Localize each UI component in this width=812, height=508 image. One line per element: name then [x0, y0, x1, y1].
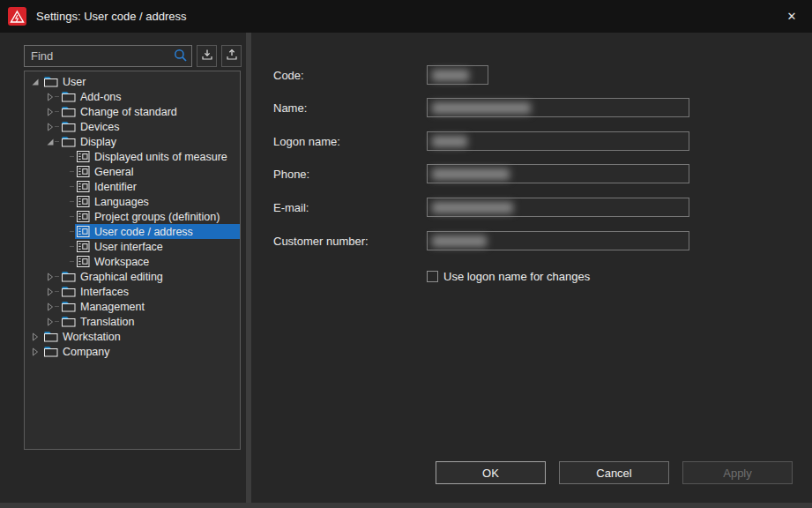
- window-bottom-edge: [0, 503, 812, 508]
- tree-item-content[interactable]: Workspace: [75, 254, 240, 269]
- tree-item-content[interactable]: Add-ons: [60, 89, 240, 104]
- tree-item-company[interactable]: Company: [25, 344, 240, 359]
- expand-toggle-icon[interactable]: [45, 272, 55, 282]
- tree-item-content[interactable]: General: [75, 164, 240, 179]
- customer-number-field[interactable]: [427, 231, 689, 250]
- tree-connector: [55, 321, 59, 322]
- code-field-row: Code:: [251, 64, 812, 86]
- settings-tree: UserAdd-onsChange of standardDevicesDisp…: [24, 71, 241, 450]
- settings-page-icon: [77, 181, 90, 192]
- window-title: Settings: User code / address: [36, 10, 187, 23]
- expand-toggle-icon[interactable]: [45, 137, 55, 147]
- expand-toggle-icon[interactable]: [45, 92, 55, 102]
- expand-toggle-icon[interactable]: [45, 122, 55, 132]
- import-settings-button[interactable]: [197, 45, 217, 67]
- tree-selection[interactable]: User code / address: [75, 224, 240, 239]
- titlebar: Settings: User code / address ✕: [0, 0, 812, 33]
- folder-icon: [62, 316, 76, 327]
- tree-item-general[interactable]: General: [25, 164, 240, 179]
- tree-item-management[interactable]: Management: [25, 299, 240, 314]
- tree-item-display[interactable]: Display: [25, 134, 240, 149]
- settings-page-icon: [77, 151, 90, 162]
- tree-connector: [70, 201, 74, 202]
- tree-connector: [55, 96, 59, 97]
- tree-item-content[interactable]: Devices: [60, 119, 240, 134]
- tree-item-workstation[interactable]: Workstation: [25, 329, 240, 344]
- tree-item-add-ons[interactable]: Add-ons: [25, 89, 240, 104]
- tree-item-content[interactable]: Change of standard: [60, 104, 240, 119]
- expand-toggle-icon[interactable]: [30, 332, 40, 342]
- email-field-row: E-mail:: [251, 197, 812, 218]
- tree-item-label: Interfaces: [80, 286, 129, 298]
- twisty-spacer: [60, 227, 70, 237]
- tree-item-user-code-address[interactable]: User code / address: [25, 224, 240, 239]
- tree-item-interfaces[interactable]: Interfaces: [25, 284, 240, 299]
- tree-item-change-of-standard[interactable]: Change of standard: [25, 104, 240, 119]
- tree-item-label: User: [63, 76, 86, 88]
- tree-item-identifier[interactable]: Identifier: [25, 179, 240, 194]
- name-field[interactable]: [427, 98, 689, 117]
- tree-item-content[interactable]: Project groups (definition): [75, 209, 240, 224]
- tree-item-content[interactable]: User interface: [75, 239, 240, 254]
- folder-icon: [44, 76, 58, 87]
- logon-name-field-label: Logon name:: [273, 135, 340, 148]
- tree-item-user[interactable]: User: [25, 74, 240, 89]
- twisty-spacer: [60, 182, 70, 192]
- ok-button[interactable]: OK: [436, 461, 546, 484]
- twisty-spacer: [60, 212, 70, 222]
- find-input[interactable]: [24, 45, 192, 67]
- tree-item-displayed-units-of-measure[interactable]: Displayed units of measure: [25, 149, 240, 164]
- tree-connector: [40, 351, 41, 352]
- expand-toggle-icon[interactable]: [30, 347, 40, 357]
- tree-item-label: Display: [80, 136, 116, 148]
- twisty-spacer: [60, 197, 70, 207]
- dialog-buttons: OKCancelApply: [436, 461, 793, 484]
- apply-button[interactable]: Apply: [682, 461, 793, 484]
- tree-connector: [70, 156, 74, 157]
- tree-item-content[interactable]: Display: [60, 134, 240, 149]
- tree-item-languages[interactable]: Languages: [25, 194, 240, 209]
- tree-item-content[interactable]: Graphical editing: [60, 269, 240, 284]
- folder-icon: [62, 271, 76, 282]
- tree-item-content[interactable]: Identifier: [75, 179, 240, 194]
- search-icon: [174, 49, 188, 66]
- tree-item-content[interactable]: Languages: [75, 194, 240, 209]
- tree-item-content[interactable]: Company: [42, 344, 240, 359]
- logon-name-field[interactable]: [427, 131, 689, 151]
- tree-item-label: User interface: [94, 241, 163, 253]
- tree-item-project-groups-definition[interactable]: Project groups (definition): [25, 209, 240, 224]
- phone-field-label: Phone:: [273, 168, 309, 181]
- tree-item-label: Devices: [80, 121, 119, 133]
- tree-item-graphical-editing[interactable]: Graphical editing: [25, 269, 240, 284]
- expand-toggle-icon[interactable]: [45, 287, 55, 297]
- tree-item-label: Workspace: [94, 256, 149, 268]
- tree-item-content[interactable]: Displayed units of measure: [75, 149, 240, 164]
- phone-field[interactable]: [427, 164, 689, 183]
- tree-item-workspace[interactable]: Workspace: [25, 254, 240, 269]
- tree-item-content[interactable]: User: [42, 74, 240, 89]
- tree-connector: [70, 186, 74, 187]
- settings-page-icon: [77, 241, 90, 252]
- export-settings-button[interactable]: [221, 45, 242, 67]
- redacted-value: [432, 168, 510, 180]
- tree-item-translation[interactable]: Translation: [25, 314, 240, 329]
- tree-item-label: Translation: [80, 316, 134, 328]
- use-logon-name-checkbox[interactable]: [427, 271, 438, 282]
- tree-connector: [70, 261, 74, 262]
- tree-connector: [55, 141, 59, 142]
- expand-toggle-icon[interactable]: [45, 107, 55, 117]
- tree-item-content[interactable]: Management: [60, 299, 240, 314]
- tree-item-content[interactable]: Workstation: [42, 329, 240, 344]
- email-field[interactable]: [427, 198, 689, 217]
- settings-page-icon: [77, 226, 90, 237]
- tree-item-content[interactable]: Translation: [60, 314, 240, 329]
- close-button[interactable]: ✕: [777, 4, 807, 30]
- tree-item-content[interactable]: Interfaces: [60, 284, 240, 299]
- tree-item-user-interface[interactable]: User interface: [25, 239, 240, 254]
- expand-toggle-icon[interactable]: [30, 77, 40, 87]
- expand-toggle-icon[interactable]: [45, 317, 55, 327]
- tree-item-devices[interactable]: Devices: [25, 119, 240, 134]
- cancel-button[interactable]: Cancel: [559, 461, 669, 484]
- expand-toggle-icon[interactable]: [45, 302, 55, 312]
- code-field[interactable]: [427, 65, 488, 85]
